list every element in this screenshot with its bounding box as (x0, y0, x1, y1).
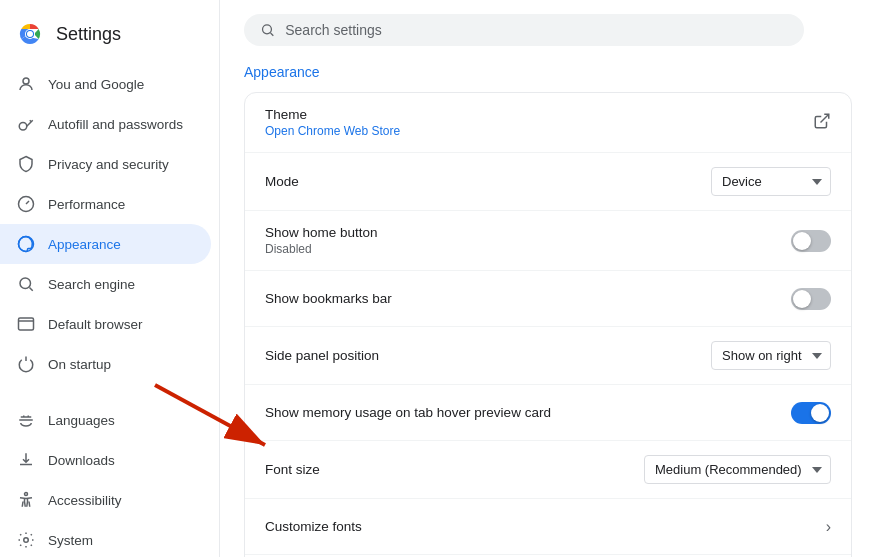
setting-row-theme: Theme Open Chrome Web Store (245, 93, 851, 153)
setting-control-customize-fonts[interactable]: › (826, 518, 831, 536)
svg-point-16 (263, 25, 272, 34)
sidebar-label-search-engine: Search engine (48, 277, 135, 292)
sidebar-label-downloads: Downloads (48, 453, 115, 468)
mode-select[interactable]: Device Light Dark (711, 167, 831, 196)
download-icon (16, 450, 36, 470)
setting-row-mode: Mode Device Light Dark (245, 153, 851, 211)
sidebar: Settings You and Google Autofill and pas… (0, 0, 220, 557)
sidebar-header: Settings (0, 12, 219, 64)
setting-info-customize-fonts: Customize fonts (265, 519, 810, 534)
key-icon (16, 114, 36, 134)
svg-point-3 (27, 31, 33, 37)
toggle-bookmarks-bar[interactable] (791, 288, 831, 310)
sidebar-label-privacy: Privacy and security (48, 157, 169, 172)
gear-icon (16, 530, 36, 550)
setting-control-font-size[interactable]: Medium (Recommended) Very Small Small La… (644, 455, 831, 484)
svg-point-7 (20, 278, 31, 289)
setting-info-font-size: Font size (265, 462, 628, 477)
setting-control-home-button[interactable] (791, 230, 831, 252)
toggle-memory-usage[interactable] (791, 402, 831, 424)
sidebar-item-performance[interactable]: Performance (0, 184, 211, 224)
svg-line-17 (271, 33, 274, 36)
setting-info-home-button: Show home button Disabled (265, 225, 775, 256)
search-input[interactable] (285, 22, 788, 38)
sidebar-label-default-browser: Default browser (48, 317, 143, 332)
toggle-knob-bookmarks-bar (793, 290, 811, 308)
section-title: Appearance (244, 64, 852, 80)
search-input-icon (260, 22, 275, 38)
sidebar-title: Settings (56, 24, 121, 45)
setting-row-font-size: Font size Medium (Recommended) Very Smal… (245, 441, 851, 499)
setting-info-bookmarks-bar: Show bookmarks bar (265, 291, 775, 306)
setting-sublabel-theme[interactable]: Open Chrome Web Store (265, 124, 797, 138)
sidebar-item-system[interactable]: System (0, 520, 211, 557)
setting-sublabel-home-button: Disabled (265, 242, 775, 256)
sidebar-item-appearance[interactable]: Appearance (0, 224, 211, 264)
sidebar-item-you-and-google[interactable]: You and Google (0, 64, 211, 104)
sidebar-label-autofill: Autofill and passwords (48, 117, 183, 132)
setting-control-memory-usage[interactable] (791, 402, 831, 424)
toggle-home-button[interactable] (791, 230, 831, 252)
setting-control-side-panel[interactable]: Show on right Show on left (711, 341, 831, 370)
svg-point-12 (24, 538, 29, 543)
translate-icon (16, 410, 36, 430)
sidebar-item-search-engine[interactable]: Search engine (0, 264, 211, 304)
sidebar-label-performance: Performance (48, 197, 125, 212)
setting-label-bookmarks-bar: Show bookmarks bar (265, 291, 775, 306)
power-icon (16, 354, 36, 374)
setting-control-bookmarks-bar[interactable] (791, 288, 831, 310)
setting-info-memory-usage: Show memory usage on tab hover preview c… (265, 405, 775, 420)
search-bar-wrapper (220, 0, 876, 60)
setting-label-home-button: Show home button (265, 225, 775, 240)
speedometer-icon (16, 194, 36, 214)
setting-control-mode[interactable]: Device Light Dark (711, 167, 831, 196)
palette-icon (16, 234, 36, 254)
toggle-knob-memory-usage (811, 404, 829, 422)
accessibility-icon (16, 490, 36, 510)
content-area: Appearance Theme Open Chrome Web Store (220, 60, 876, 557)
svg-rect-9 (19, 318, 34, 330)
setting-row-side-panel: Side panel position Show on right Show o… (245, 327, 851, 385)
sidebar-label-on-startup: On startup (48, 357, 111, 372)
setting-label-memory-usage: Show memory usage on tab hover preview c… (265, 405, 775, 420)
setting-row-home-button: Show home button Disabled (245, 211, 851, 271)
setting-control-theme[interactable] (813, 112, 831, 134)
sidebar-label-system: System (48, 533, 93, 548)
setting-row-memory-usage: Show memory usage on tab hover preview c… (245, 385, 851, 441)
browser-icon (16, 314, 36, 334)
setting-info-side-panel: Side panel position (265, 348, 695, 363)
shield-icon (16, 154, 36, 174)
settings-card: Theme Open Chrome Web Store Mode (244, 92, 852, 557)
chrome-logo (16, 20, 44, 48)
svg-point-4 (23, 78, 29, 84)
setting-info-mode: Mode (265, 174, 695, 189)
setting-label-customize-fonts: Customize fonts (265, 519, 810, 534)
side-panel-select[interactable]: Show on right Show on left (711, 341, 831, 370)
sidebar-item-autofill[interactable]: Autofill and passwords (0, 104, 211, 144)
sidebar-label-appearance: Appearance (48, 237, 121, 252)
search-icon (16, 274, 36, 294)
sidebar-label-accessibility: Accessibility (48, 493, 122, 508)
font-size-select[interactable]: Medium (Recommended) Very Small Small La… (644, 455, 831, 484)
setting-label-mode: Mode (265, 174, 695, 189)
sidebar-item-accessibility[interactable]: Accessibility (0, 480, 211, 520)
svg-line-8 (29, 287, 32, 290)
setting-label-font-size: Font size (265, 462, 628, 477)
sidebar-item-privacy[interactable]: Privacy and security (0, 144, 211, 184)
sidebar-item-on-startup[interactable]: On startup (0, 344, 211, 384)
setting-label-side-panel: Side panel position (265, 348, 695, 363)
svg-point-11 (25, 493, 28, 496)
setting-row-bookmarks-bar: Show bookmarks bar (245, 271, 851, 327)
sidebar-item-default-browser[interactable]: Default browser (0, 304, 211, 344)
search-bar (244, 14, 804, 46)
main-content: Appearance Theme Open Chrome Web Store (220, 0, 876, 557)
svg-line-18 (821, 114, 829, 122)
setting-row-customize-fonts[interactable]: Customize fonts › (245, 499, 851, 555)
sidebar-item-languages[interactable]: Languages (0, 400, 211, 440)
sidebar-label-you-and-google: You and Google (48, 77, 144, 92)
sidebar-item-downloads[interactable]: Downloads (0, 440, 211, 480)
setting-label-theme: Theme (265, 107, 797, 122)
toggle-knob-home-button (793, 232, 811, 250)
external-link-icon-theme (813, 112, 831, 134)
person-icon (16, 74, 36, 94)
